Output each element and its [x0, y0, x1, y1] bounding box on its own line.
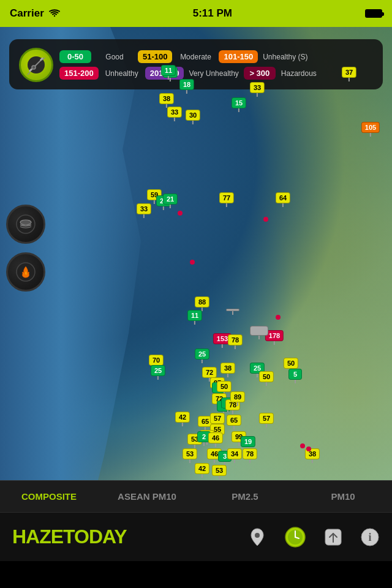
layers-icon [15, 214, 36, 235]
aqi-badge-unhealthy: 151-200 [59, 67, 99, 80]
map-marker[interactable]: 11 [187, 310, 202, 325]
marker-stem [192, 121, 194, 124]
marker-stem [235, 345, 236, 349]
map-marker[interactable]: 78 [228, 334, 243, 349]
location-button[interactable] [247, 527, 267, 547]
marker-box: 72 [202, 367, 217, 378]
map-marker[interactable]: 65 [227, 415, 241, 429]
marker-stem [258, 336, 260, 339]
marker-box: 53 [183, 448, 197, 459]
map-marker[interactable]: 38 [221, 363, 235, 377]
aqi-badge-moderate: 51-100 [138, 50, 172, 63]
marker-stem [227, 374, 228, 377]
map-marker[interactable]: 50 [259, 371, 274, 386]
marker-stem [370, 133, 371, 137]
map-marker[interactable]: 18 [179, 79, 194, 94]
legend-row-1: 0-50 Good 51-100 Moderate 101-150 Unheal… [59, 50, 373, 63]
marker-box: 25 [151, 365, 165, 376]
battery-indicator [365, 9, 382, 18]
map-marker[interactable]: 42 [175, 412, 190, 426]
legend-row-2: 151-200 Unhealthy 201-300 Very Unhealthy… [59, 67, 373, 80]
carrier-wifi: Carrier [10, 7, 60, 20]
map-marker[interactable]: 105 [361, 122, 380, 137]
aqi-label-uhs: Unhealthy (S) [263, 53, 307, 61]
satellite-toggle-button[interactable] [19, 48, 53, 82]
marker-stem [202, 474, 203, 478]
map-marker[interactable]: 5 [288, 369, 302, 383]
share-icon [323, 527, 343, 547]
fire-button[interactable] [6, 252, 45, 292]
marker-stem [233, 426, 235, 429]
map-marker[interactable]: 53 [183, 448, 197, 463]
marker-stem [266, 382, 267, 386]
share-button[interactable] [323, 527, 343, 547]
gray-marker-2 [250, 326, 268, 339]
map-marker[interactable]: 33 [250, 82, 265, 97]
marker-box: 11 [161, 65, 176, 76]
marker-stem [234, 459, 235, 463]
map-marker[interactable]: 37 [342, 67, 356, 81]
map-marker[interactable]: 30 [186, 110, 200, 124]
marker-stem [282, 203, 284, 207]
filter-asean-pm10[interactable]: ASEAN PM10 [98, 483, 196, 510]
marker-box: 38 [221, 363, 235, 374]
battery-icon [365, 9, 382, 18]
marker-box: 37 [342, 67, 356, 78]
map-area[interactable]: 0-50 Good 51-100 Moderate 101-150 Unheal… [0, 27, 392, 480]
map-marker[interactable]: 46 [208, 432, 223, 447]
map-marker[interactable]: 21 [163, 194, 178, 208]
marker-stem [312, 459, 313, 463]
map-marker[interactable]: 88 [195, 296, 209, 311]
map-marker[interactable]: 89 [230, 391, 245, 406]
marker-stem [222, 344, 223, 348]
marker-box: 50 [284, 358, 298, 369]
map-marker[interactable]: 25 [195, 349, 209, 363]
map-marker[interactable]: 34 [227, 448, 242, 463]
marker-box: 65 [227, 415, 241, 426]
map-marker[interactable]: 25 [151, 365, 165, 380]
fire-dot [263, 217, 268, 222]
marker-box: 64 [276, 192, 290, 203]
marker-box: 57 [210, 413, 225, 424]
map-marker[interactable]: 33 [137, 203, 151, 218]
filter-composite[interactable]: COMPOSITE [0, 483, 98, 510]
filter-pm10[interactable]: PM10 [294, 483, 392, 510]
aqi-label-good: Good [96, 53, 133, 61]
aqi-label-very-unhealthy: Very Unhealthy [189, 69, 238, 78]
map-marker[interactable]: 78 [243, 448, 257, 463]
map-marker[interactable]: 15 [232, 97, 246, 112]
marker-stem [238, 108, 239, 112]
marker-box: 25 [195, 349, 209, 360]
aqi-badge-hazardous: > 300 [244, 67, 276, 80]
map-marker[interactable]: 42 [195, 463, 209, 478]
marker-box: 21 [163, 194, 178, 205]
marker-box: 53 [212, 465, 227, 476]
marker-stem [215, 443, 216, 447]
marker-stem [203, 442, 205, 446]
marker-stem [257, 93, 258, 97]
marker-box: 33 [137, 203, 151, 214]
marker-box: 70 [149, 355, 164, 366]
fire-dot [190, 260, 195, 265]
marker-stem [170, 205, 171, 208]
info-button[interactable]: i [360, 527, 380, 547]
aqi-label-unhealthy: Unhealthy [104, 69, 140, 78]
timer-button[interactable] [284, 526, 306, 548]
map-marker[interactable]: 11 [161, 65, 176, 80]
fire-dot [178, 211, 183, 216]
legend-items: 0-50 Good 51-100 Moderate 101-150 Unheal… [59, 50, 373, 80]
map-marker[interactable]: 57 [259, 413, 274, 428]
map-marker[interactable]: 33 [167, 107, 182, 121]
marker-stem [157, 376, 159, 380]
marker-box: 30 [186, 110, 200, 121]
marker-box: 89 [230, 391, 245, 402]
marker-box [250, 326, 268, 336]
map-marker[interactable]: 38 [159, 93, 174, 108]
filter-pm25[interactable]: PM2.5 [196, 483, 294, 510]
marker-stem [189, 459, 190, 463]
layers-button[interactable] [6, 205, 45, 244]
marker-box: 78 [228, 334, 243, 345]
map-marker[interactable]: 77 [219, 192, 234, 207]
map-marker[interactable]: 64 [276, 192, 290, 207]
map-marker[interactable]: 53 [212, 465, 227, 480]
